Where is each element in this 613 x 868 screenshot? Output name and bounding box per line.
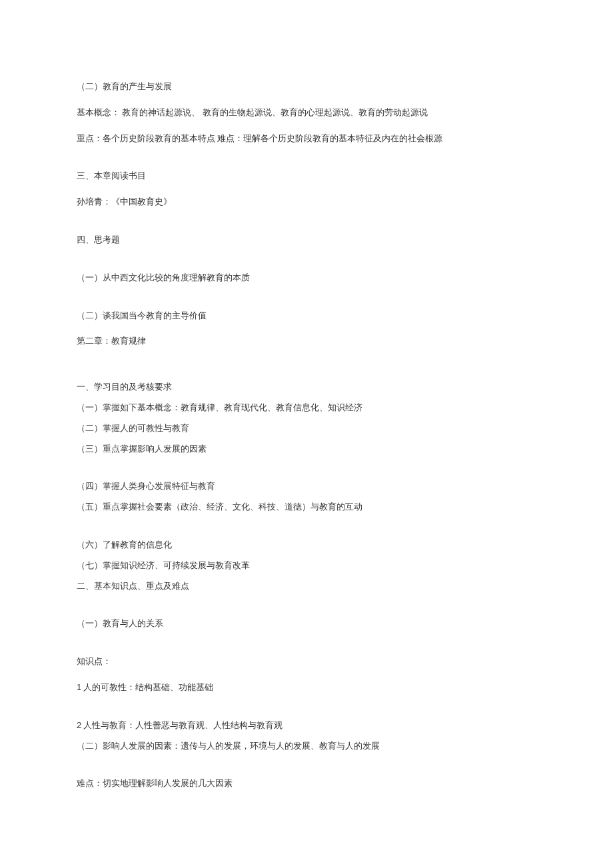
list-item: 2 人性与教育：人性善恶与教育观、人性结构与教育观 [77, 719, 536, 733]
body-text: （一）掌握如下基本概念：教育规律、教育现代化、教育信息化、知识经济 [77, 401, 536, 415]
body-text: （二）掌握人的可教性与教育 [77, 422, 536, 436]
body-text: （六）了解教育的信息化 [77, 538, 536, 552]
body-text: （二）影响人发展的因素：遗传与人的发展，环境与人的发展、教育与人的发展 [77, 739, 536, 753]
body-text: 重点：各个历史阶段教育的基本特点 难点：理解各个历史阶段教育的基本特征及内在的社… [77, 132, 536, 146]
section-heading: （二）教育的产生与发展 [77, 80, 536, 94]
body-text: （一）从中西文化比较的角度理解教育的本质 [77, 271, 536, 285]
section-heading: 三、本章阅读书目 [77, 169, 536, 183]
body-text: （七）掌握知识经济、可持续发展与教育改革 [77, 559, 536, 573]
item-text: 人性与教育：人性善恶与教育观、人性结构与教育观 [81, 720, 283, 730]
chapter-heading: 第二章：教育规律 [77, 334, 536, 348]
body-text: （二）谈我国当今教育的主导价值 [77, 309, 536, 323]
body-text: 基本概念： 教育的神话起源说、 教育的生物起源说、教育的心理起源说、教育的劳动起… [77, 106, 536, 120]
body-text: （三）重点掌握影响人发展的因素 [77, 442, 536, 456]
item-text: 人的可教性：结构基础、功能基础 [81, 682, 213, 692]
section-heading: 二、基本知识点、重点及难点 [77, 580, 536, 594]
section-heading: 四、思考题 [77, 233, 536, 247]
body-text: 孙培青：《中国教育史》 [77, 195, 536, 209]
body-text: 知识点： [77, 655, 536, 669]
body-text: 难点：切实地理解影响人发展的几大因素 [77, 777, 536, 791]
section-heading: 一、学习目的及考核要求 [77, 380, 536, 394]
list-item: 1 人的可教性：结构基础、功能基础 [77, 681, 536, 695]
body-text: （四）掌握人类身心发展特征与教育 [77, 480, 536, 494]
body-text: （五）重点掌握社会要素（政治、经济、文化、科技、道德）与教育的互动 [77, 500, 536, 514]
body-text: （一）教育与人的关系 [77, 617, 536, 631]
